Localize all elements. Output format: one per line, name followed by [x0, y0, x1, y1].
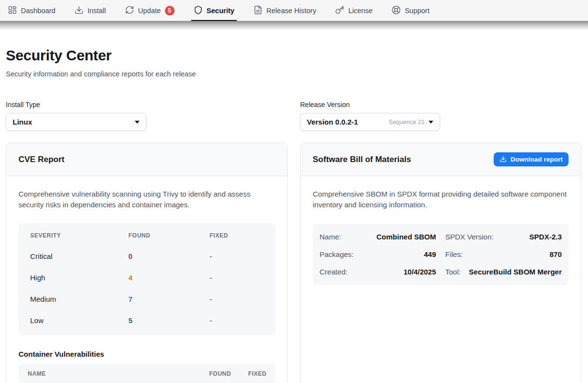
severity-row-high: High 4 - [18, 267, 275, 289]
sbom-info-packages: Packages: 449 [320, 246, 436, 263]
cve-report-card: CVE Report Comprehensive vulnerability s… [6, 143, 288, 383]
severity-label: Medium [30, 295, 128, 303]
info-label: Files: [445, 250, 463, 258]
refresh-icon [125, 5, 134, 16]
info-label: Tool: [445, 268, 461, 276]
key-icon [335, 5, 344, 16]
release-version-value: Version 0.0.2-1 [307, 118, 358, 126]
info-value: SecureBuild SBOM Merger [469, 268, 562, 276]
sbom-info-spdx-version: SPDX Version: SPDX-2.3 [445, 228, 562, 246]
severity-table: Severity Found Fixed Critical 0 - High 4… [18, 223, 275, 335]
col-found: Found [128, 232, 210, 239]
filters-row: Install Type Linux Release Version Versi… [6, 101, 582, 131]
info-value: 449 [424, 250, 436, 258]
found-count: 7 [128, 295, 210, 303]
sbom-card-header: Software Bill of Materials Download repo… [301, 143, 581, 176]
download-icon [499, 155, 507, 164]
nav-tab-dashboard[interactable]: Dashboard [8, 0, 55, 21]
severity-label: Low [30, 316, 128, 325]
download-report-button[interactable]: Download report [494, 152, 569, 166]
severity-row-medium: Medium 7 - [18, 289, 275, 310]
severity-table-header: Severity Found Fixed [18, 225, 275, 246]
info-label: Packages: [320, 250, 354, 258]
sbom-card-body: Comprehensive SBOM in SPDX format provid… [301, 176, 581, 298]
nav-label: Install [88, 7, 106, 15]
top-navigation: Dashboard Install Update 5 Security Rele… [0, 0, 588, 21]
nav-label: Update [138, 7, 161, 15]
download-icon [74, 5, 84, 16]
sbom-description: Comprehensive SBOM in SPDX format provid… [313, 189, 569, 210]
info-label: SPDX Version: [445, 233, 494, 241]
nav-tab-support[interactable]: Support [392, 0, 429, 21]
nav-tab-release-history[interactable]: Release History [253, 0, 316, 21]
install-type-value: Linux [13, 118, 32, 126]
download-report-label: Download report [511, 156, 563, 163]
shield-icon [194, 5, 203, 16]
chevron-down-icon [428, 121, 433, 124]
severity-row-low: Low 5 - [18, 310, 275, 331]
sbom-info-files: Files: 870 [445, 246, 562, 263]
info-value: 870 [550, 250, 562, 258]
nav-tab-update[interactable]: Update 5 [125, 0, 175, 21]
info-value: Combined SBOM [376, 233, 436, 241]
container-vulnerabilities-header: Name Found Fixed [18, 364, 275, 383]
info-value: 10/4/2025 [404, 268, 436, 276]
found-count: 0 [128, 252, 210, 260]
fixed-count: - [210, 274, 264, 282]
sbom-info-created: Created: 10/4/2025 [320, 263, 436, 281]
nav-label: License [348, 7, 373, 15]
info-value: SPDX-2.3 [529, 233, 562, 241]
release-sequence-label: Sequence 21 [389, 119, 425, 126]
nav-label: Support [405, 7, 429, 15]
cards-row: CVE Report Comprehensive vulnerability s… [6, 143, 582, 383]
info-label: Created: [320, 268, 348, 276]
col-found: Found [209, 370, 231, 377]
fixed-count: - [210, 252, 264, 260]
cve-card-header: CVE Report [6, 143, 287, 176]
nav-label: Dashboard [21, 7, 55, 15]
info-label: Name: [320, 233, 341, 241]
life-buoy-icon [392, 5, 401, 16]
container-vulnerabilities-title: Container Vulnerabilities [18, 350, 275, 358]
release-version-select[interactable]: Version 0.0.2-1 Sequence 21 [300, 113, 440, 131]
page-title: Security Center [6, 47, 582, 64]
found-count: 4 [128, 274, 210, 282]
nav-label: Release History [267, 7, 316, 15]
nav-tab-install[interactable]: Install [74, 0, 106, 21]
release-version-label: Release Version [300, 101, 440, 109]
nav-tab-license[interactable]: License [335, 0, 373, 21]
chevron-down-icon [135, 121, 140, 124]
found-count: 5 [128, 316, 210, 325]
col-severity: Severity [30, 232, 128, 239]
file-text-icon [253, 5, 263, 16]
cve-description: Comprehensive vulnerability scanning usi… [18, 189, 275, 210]
update-count-badge: 5 [165, 6, 175, 16]
nav-tab-security[interactable]: Security [194, 0, 234, 21]
sbom-info-name: Name: Combined SBOM [320, 228, 436, 246]
install-type-label: Install Type [6, 101, 146, 109]
release-version-filter: Release Version Version 0.0.2-1 Sequence… [300, 101, 440, 131]
page-subtitle: Security information and compliance repo… [6, 70, 582, 78]
sbom-info-tool: Tool: SecureBuild SBOM Merger [445, 263, 562, 281]
fixed-count: - [210, 316, 264, 325]
install-type-filter: Install Type Linux [6, 101, 146, 131]
col-fixed: Fixed [210, 232, 264, 239]
sbom-info-panel: Name: Combined SBOM SPDX Version: SPDX-2… [313, 224, 569, 285]
dashboard-grid-icon [8, 5, 17, 16]
severity-label: High [30, 274, 128, 282]
sbom-card: Software Bill of Materials Download repo… [300, 143, 581, 383]
col-fixed: Fixed [248, 370, 267, 377]
col-name: Name [28, 370, 209, 377]
cve-card-body: Comprehensive vulnerability scanning usi… [6, 176, 287, 383]
nav-label: Security [207, 7, 234, 15]
fixed-count: - [210, 295, 264, 303]
cve-card-title: CVE Report [18, 155, 64, 164]
install-type-select[interactable]: Linux [6, 113, 146, 131]
sbom-card-title: Software Bill of Materials [313, 155, 411, 164]
severity-label: Critical [30, 252, 128, 260]
severity-row-critical: Critical 0 - [18, 246, 275, 267]
nav-scroll-shadow [0, 21, 588, 30]
main-content: Security Center Security information and… [0, 30, 588, 383]
